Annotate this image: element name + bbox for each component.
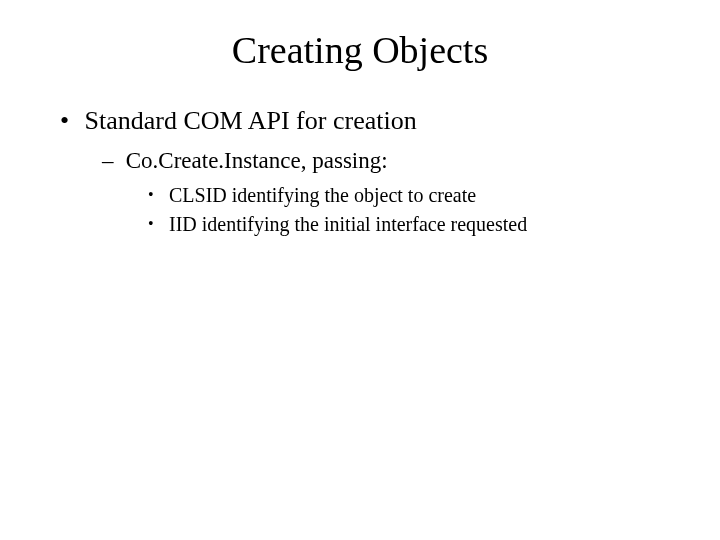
bullet-level3: CLSID identifying the object to create xyxy=(148,184,680,207)
bullet-level2: Co.Create.Instance, passing: xyxy=(102,148,680,174)
bullet-level3: IID identifying the initial interface re… xyxy=(148,213,680,236)
bullet-text: CLSID identifying the object to create xyxy=(169,184,476,206)
bullet-text: IID identifying the initial interface re… xyxy=(169,213,527,235)
slide: Creating Objects Standard COM API for cr… xyxy=(0,0,720,540)
bullet-text: Standard COM API for creation xyxy=(85,106,417,135)
slide-title: Creating Objects xyxy=(40,28,680,72)
bullet-text: Co.Create.Instance, passing: xyxy=(126,148,388,173)
bullet-level1: Standard COM API for creation xyxy=(60,106,680,136)
